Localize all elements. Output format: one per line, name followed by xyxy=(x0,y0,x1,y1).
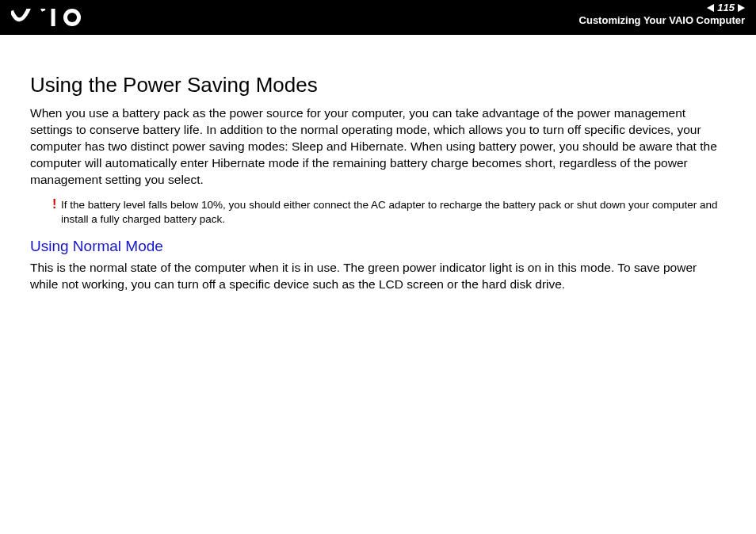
page-title: Using the Power Saving Modes xyxy=(30,73,726,97)
warning-text: If the battery level falls below 10%, yo… xyxy=(61,198,726,227)
vaio-logo-icon xyxy=(11,9,98,26)
warning-icon: ! xyxy=(52,198,58,211)
prev-page-icon[interactable] xyxy=(707,4,714,12)
svg-rect-0 xyxy=(52,9,55,26)
header-right: 115 Customizing Your VAIO Computer xyxy=(579,0,745,26)
page-nav: 115 xyxy=(579,2,745,13)
page-number: 115 xyxy=(717,2,735,13)
document-content: Using the Power Saving Modes When you us… xyxy=(0,35,756,293)
vaio-logo xyxy=(11,0,98,35)
subheading: Using Normal Mode xyxy=(30,238,726,255)
document-header: 115 Customizing Your VAIO Computer xyxy=(0,0,756,35)
intro-paragraph: When you use a battery pack as the power… xyxy=(30,105,726,189)
body-paragraph: This is the normal state of the computer… xyxy=(30,260,726,293)
warning-note: ! If the battery level falls below 10%, … xyxy=(30,198,726,227)
next-page-icon[interactable] xyxy=(738,4,745,12)
section-title: Customizing Your VAIO Computer xyxy=(579,14,745,26)
svg-point-2 xyxy=(67,13,77,22)
